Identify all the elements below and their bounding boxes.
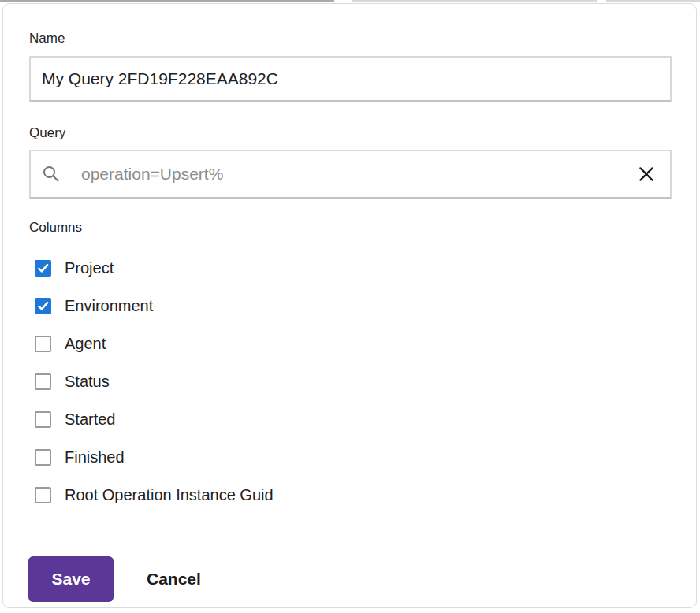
column-checkbox-row[interactable]: Status (29, 362, 672, 400)
checkbox-label: Root Operation Instance Guid (65, 486, 274, 504)
checkbox-label: Finished (65, 448, 125, 466)
columns-section-label: Columns (29, 219, 672, 236)
column-checkbox-row[interactable]: Finished (29, 438, 672, 476)
checkbox-unchecked[interactable] (35, 487, 51, 503)
dialog-actions: Save Cancel (28, 556, 672, 602)
scrollbar-fragment-dark (0, 0, 334, 2)
query-input[interactable] (29, 150, 672, 199)
checkbox-checked[interactable] (35, 298, 51, 314)
save-query-dialog: Name Query Columns ProjectEnvironmentAge… (2, 3, 697, 608)
column-checkbox-row[interactable]: Agent (29, 325, 672, 362)
checkbox-unchecked[interactable] (35, 411, 51, 428)
save-button[interactable]: Save (28, 556, 114, 602)
scrollbar-fragment-right (606, 0, 700, 2)
checkbox-label: Started (65, 411, 115, 429)
checkbox-label: Environment (65, 297, 153, 315)
dialog-content: Name Query Columns ProjectEnvironmentAge… (3, 4, 696, 602)
name-input[interactable] (29, 56, 672, 102)
scrollbar-fragment-mid (352, 0, 597, 2)
query-input-wrapper (29, 150, 672, 199)
checkbox-unchecked[interactable] (35, 449, 51, 466)
column-checkbox-row[interactable]: Environment (29, 287, 672, 325)
cancel-button[interactable]: Cancel (147, 570, 201, 589)
checkbox-label: Status (65, 373, 110, 391)
name-field-label: Name (29, 30, 672, 47)
checkbox-unchecked[interactable] (35, 373, 51, 390)
column-checkbox-row[interactable]: Started (29, 400, 672, 438)
checkbox-unchecked[interactable] (35, 336, 51, 352)
close-icon (636, 164, 657, 184)
checkbox-label: Project (65, 259, 114, 277)
column-checkbox-row[interactable]: Project (29, 249, 672, 287)
columns-checkbox-list: ProjectEnvironmentAgentStatusStartedFini… (29, 249, 672, 514)
column-checkbox-row[interactable]: Root Operation Instance Guid (29, 476, 672, 514)
checkbox-checked[interactable] (35, 260, 51, 277)
checkbox-label: Agent (65, 335, 106, 353)
query-field-label: Query (29, 124, 672, 142)
clear-query-button[interactable] (634, 162, 659, 187)
